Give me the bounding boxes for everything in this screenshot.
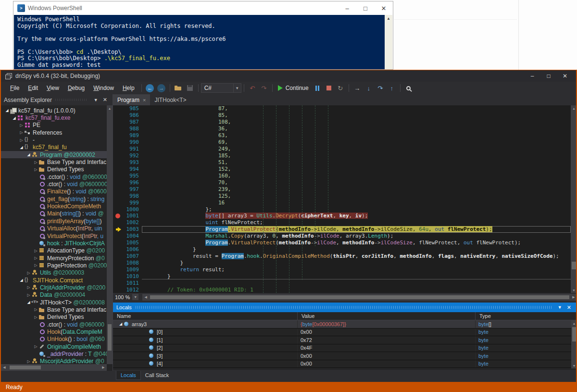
redo-button[interactable]: ↷ xyxy=(258,83,270,93)
show-next-statement-button[interactable]: → xyxy=(351,83,363,93)
tree-item[interactable]: ▷Base Type and Interfac xyxy=(1,306,107,313)
code-body[interactable]: 152, xyxy=(142,165,571,172)
code-line[interactable]: 994 152, xyxy=(113,165,571,172)
code-line[interactable]: 991 249, xyxy=(113,146,571,152)
code-body[interactable]: 249, xyxy=(142,146,571,152)
code-body[interactable]: } xyxy=(142,246,571,253)
code-body[interactable]: 69, xyxy=(142,139,571,146)
code-body[interactable]: byte[] array3 = Utils.Decrypt(cipherText… xyxy=(142,213,571,219)
code-body[interactable] xyxy=(142,279,571,286)
code-body[interactable]: 51, xyxy=(142,159,571,166)
maximize-icon[interactable]: □ xyxy=(540,71,557,81)
editor-vertical-scrollbar[interactable]: ▲ ▼ xyxy=(571,105,577,293)
code-body[interactable]: } xyxy=(142,260,571,266)
tree-item[interactable]: _addrProvider : T @040 xyxy=(1,350,107,357)
code-line[interactable]: 986 85, xyxy=(113,112,571,119)
code-body[interactable]: 160, xyxy=(142,172,571,179)
code-line[interactable]: 989 63, xyxy=(113,132,571,139)
tree-item[interactable]: ▷PageProtection @0200 xyxy=(1,262,107,269)
tree-item[interactable]: ▷PE xyxy=(1,122,107,129)
close-icon[interactable]: ✕ xyxy=(564,304,574,311)
code-line[interactable]: 1001 byte[] array3 = Utils.Decrypt(ciphe… xyxy=(113,213,571,219)
code-line[interactable]: 995 160, xyxy=(113,172,571,179)
breakpoint-margin[interactable] xyxy=(113,219,123,226)
tree-item[interactable]: ▷OriginalCompileMeth xyxy=(1,343,107,350)
tree-item[interactable]: VirtualAlloc(IntPtr, uin xyxy=(1,225,107,232)
expander-icon[interactable]: ◢ xyxy=(18,278,25,282)
assembly-explorer-header[interactable]: Assembly Explorer ▼ ✕ xyxy=(1,94,113,105)
tree-horizontal-scrollbar[interactable]: ◀ ▶ xyxy=(1,364,107,371)
tree-item[interactable]: get_flag(string) : string xyxy=(1,195,107,202)
expander-icon[interactable]: ▷ xyxy=(18,123,25,127)
tree-item[interactable]: ▷Data @02000004 xyxy=(1,291,107,299)
tree-item[interactable]: .cctor() : void @0600000 xyxy=(1,173,107,180)
maximize-icon[interactable]: □ xyxy=(356,2,375,14)
editor-horizontal-scrollbar[interactable]: ◀ ▶ xyxy=(142,294,577,301)
code-line[interactable]: 987 108, xyxy=(113,119,571,126)
tree-item[interactable]: Finalize() : void @0600 xyxy=(1,188,107,195)
locals-vertical-scrollbar[interactable]: ▲ ▼ xyxy=(571,320,577,368)
breakpoint-margin[interactable] xyxy=(113,253,123,260)
expander-icon[interactable]: ◢ xyxy=(18,145,25,150)
breakpoint-margin[interactable] xyxy=(113,246,123,253)
code-line[interactable]: 1002 uint flNewProtect; xyxy=(113,219,571,226)
code-body[interactable]: 63, xyxy=(142,132,571,139)
breakpoint-margin[interactable] xyxy=(113,206,123,213)
tree-item[interactable]: ▷Base Type and Interfac xyxy=(1,158,107,165)
expander-icon[interactable]: ▷ xyxy=(25,293,32,297)
code-line[interactable]: 990 69, xyxy=(113,139,571,146)
locals-row[interactable]: ◢array3{byte[0x00000367]}byte[] xyxy=(113,320,577,329)
step-into-button[interactable]: ↓ xyxy=(363,83,375,93)
code-line[interactable]: 1007 result = Program.hook.OriginalCompi… xyxy=(113,253,571,260)
code-body[interactable]: result = Program.hook.OriginalCompileMet… xyxy=(142,253,571,260)
code-line[interactable]: 997 239, xyxy=(113,186,571,192)
scroll-right-icon[interactable]: ▶ xyxy=(100,364,107,371)
code-body[interactable]: Marshal.Copy(array3, 0, methodInfo->ilCo… xyxy=(142,233,571,240)
tree-item[interactable]: ◢Program @02000002 xyxy=(1,151,107,158)
code-line[interactable]: 1000 }; xyxy=(113,206,571,213)
breakpoint-margin[interactable] xyxy=(113,165,123,172)
column-header-name[interactable]: Name xyxy=(113,312,298,320)
menu-window[interactable]: Window xyxy=(89,83,118,93)
tree-item[interactable]: VirtualProtect(IntPtr, u xyxy=(1,232,107,240)
code-body[interactable]: Program.VirtualProtect(methodInfo->ilCod… xyxy=(142,240,571,246)
code-line[interactable]: 1006 } xyxy=(113,246,571,253)
expander-icon[interactable]: ▷ xyxy=(33,315,39,319)
tree-item[interactable]: ◢JITHook<T> @02000008 xyxy=(1,299,107,306)
code-body[interactable]: 239, xyxy=(142,186,571,192)
code-line[interactable]: 1011 xyxy=(113,279,571,286)
breakpoint-margin[interactable] xyxy=(113,199,123,206)
menu-file[interactable]: File xyxy=(6,83,24,93)
break-button[interactable] xyxy=(312,83,323,93)
code-body[interactable]: 85, xyxy=(142,112,571,119)
code-line[interactable]: 1003 Program.VirtualProtect(methodInfo->… xyxy=(113,226,571,233)
chevron-down-icon[interactable]: ▼ xyxy=(91,98,100,102)
column-header-value[interactable]: Value xyxy=(298,312,476,320)
dnspy-titlebar[interactable]: dnSpy v6.0.4 (32-bit, Debugging) – □ ✕ xyxy=(1,70,576,82)
code-body[interactable]: 185, xyxy=(142,152,571,159)
minimize-icon[interactable]: – xyxy=(524,71,540,81)
expander-icon[interactable]: ▷ xyxy=(18,130,25,135)
code-line[interactable]: 999 16 xyxy=(113,199,571,206)
code-line[interactable]: 988 36, xyxy=(113,126,571,132)
code-line[interactable]: 993 51, xyxy=(113,159,571,166)
scroll-up-icon[interactable]: ▲ xyxy=(107,105,113,111)
expander-icon[interactable]: ▷ xyxy=(33,167,39,172)
expander-icon[interactable]: ▷ xyxy=(33,344,39,349)
tab-locals[interactable]: Locals xyxy=(116,371,141,380)
navigate-forward-button[interactable]: → xyxy=(156,83,167,93)
tree-item[interactable]: .ctor() : void @060000 xyxy=(1,321,107,328)
code-line[interactable]: 1012 // Token: 0x04000001 RID: 1 xyxy=(113,286,571,293)
expander-icon[interactable]: ◢ xyxy=(11,116,17,120)
search-button[interactable] xyxy=(403,83,414,93)
expander-icon[interactable]: ◢ xyxy=(4,108,10,113)
code-line[interactable]: 992 185, xyxy=(113,152,571,159)
code-body[interactable]: 36, xyxy=(142,126,571,132)
zoom-control[interactable]: 100 % ▼ xyxy=(113,293,140,301)
navigate-back-button[interactable]: ← xyxy=(144,83,156,93)
locals-row[interactable]: [3]0x00byte xyxy=(113,352,577,360)
tree-item[interactable]: hook : JITHook<ClrjitA xyxy=(1,240,107,247)
breakpoint-margin[interactable] xyxy=(113,152,123,159)
tree-item[interactable]: ▷Derived Types xyxy=(1,166,107,173)
locals-row[interactable]: [4]0x00byte xyxy=(113,360,577,368)
